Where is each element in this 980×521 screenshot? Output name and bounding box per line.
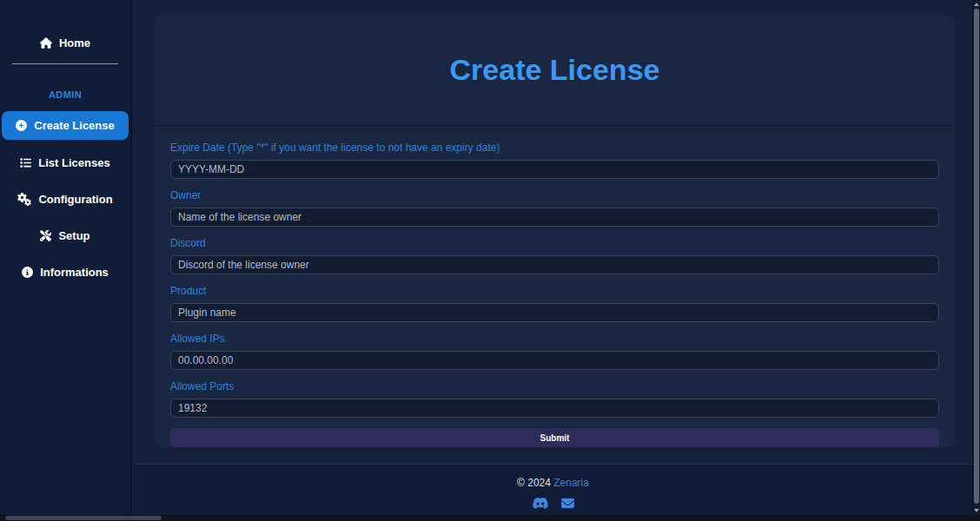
field-label-allowed-ports: Allowed Ports [170,380,939,392]
owner-input[interactable] [170,208,939,227]
form-group-product: Product [170,285,939,322]
sidebar-item-home[interactable]: Home [0,31,130,54]
page-title: Create License [450,53,660,87]
sidebar-item-label: List Licenses [38,156,109,169]
horizontal-scrollbar[interactable] [0,515,972,521]
home-icon [40,37,52,49]
allowed-ips-input[interactable] [170,351,939,370]
allowed-ports-input[interactable] [170,399,939,418]
scroll-down-arrow-icon[interactable] [974,509,979,512]
envelope-icon [561,497,574,510]
create-license-card: Create License Expire Date (Type "*" if … [155,15,955,447]
sidebar-item-create-license[interactable]: Create License [2,111,129,140]
email-link[interactable] [561,497,574,510]
card-header: Create License [155,15,955,126]
discord-link[interactable] [532,497,549,510]
scroll-up-arrow-icon[interactable] [974,3,979,6]
sidebar-item-label: Setup [58,229,89,242]
form-group-owner: Owner [170,189,939,227]
main-area: Create License Expire Date (Type "*" if … [134,0,972,515]
vertical-scrollbar-thumb[interactable] [974,9,979,504]
sidebar-item-informations[interactable]: Informations [0,262,130,281]
info-circle-icon [22,267,33,278]
form-group-expire-date: Expire Date (Type "*" if you want the li… [170,142,939,179]
sidebar-item-list-licenses[interactable]: List Licenses [0,153,130,172]
gears-icon [17,193,31,205]
sidebar-section-admin: ADMIN [0,89,130,101]
form-group-allowed-ports: Allowed Ports [170,380,939,418]
submit-button[interactable]: Submit [170,428,939,447]
tools-icon [40,230,51,241]
discord-input[interactable] [170,255,939,274]
field-label-allowed-ips: Allowed IPs [170,333,939,345]
content-area: Create License Expire Date (Type "*" if … [134,0,972,464]
list-icon [20,157,31,168]
expire-date-input[interactable] [170,160,939,179]
field-label-owner: Owner [170,189,939,201]
sidebar-item-setup[interactable]: Setup [0,226,130,245]
horizontal-scrollbar-thumb[interactable] [5,516,162,520]
sidebar: Home ADMIN Create License List Licenses … [0,0,132,515]
sidebar-item-label: Informations [40,266,109,279]
form-group-discord: Discord [170,237,939,274]
scrollbar-corner [972,515,980,521]
create-license-form: Expire Date (Type "*" if you want the li… [155,126,955,447]
discord-icon [532,497,549,510]
sidebar-nav: Create License List Licenses Configurati… [0,111,130,281]
vertical-scrollbar[interactable] [972,0,980,515]
gear-icon [24,199,31,206]
product-input[interactable] [170,303,939,322]
plus-circle-icon [16,120,27,131]
form-group-allowed-ips: Allowed IPs [170,333,939,370]
app-window: Home ADMIN Create License List Licenses … [0,0,980,521]
sidebar-divider [12,63,118,64]
footer: © 2024 Zenaria [134,464,972,515]
field-label-product: Product [170,285,939,297]
brand-link[interactable]: Zenaria [553,477,589,489]
sidebar-item-label: Home [59,36,90,49]
copyright-text: © 2024 Zenaria [134,465,972,489]
social-links [134,497,972,510]
sidebar-item-configuration[interactable]: Configuration [0,189,130,208]
field-label-discord: Discord [170,237,939,249]
sidebar-item-label: Create License [34,119,115,132]
sidebar-item-label: Configuration [38,193,112,206]
copyright-year: © 2024 [517,477,551,489]
field-label-expire-date: Expire Date (Type "*" if you want the li… [170,142,939,154]
